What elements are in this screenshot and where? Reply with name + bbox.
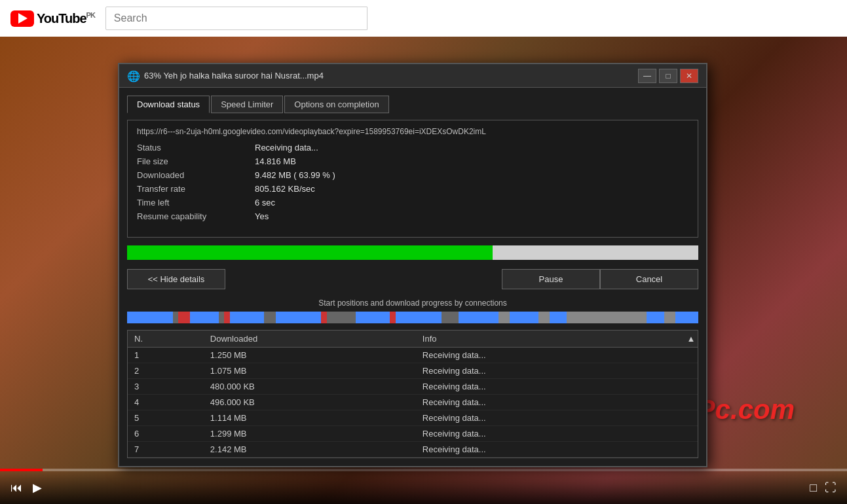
play-button[interactable]: ▶ [33, 480, 42, 495]
tab-options-completion[interactable]: Options on completion [284, 96, 388, 113]
tab-speed-limiter[interactable]: Speed Limiter [211, 96, 283, 113]
conn-gap-7 [538, 312, 550, 323]
cell-downloaded-5: 1.299 MB [204, 426, 416, 442]
conn-6 [276, 312, 322, 323]
conn-13 [550, 312, 567, 323]
conn-gap-9 [664, 312, 675, 323]
status-label-filesize: File size [137, 156, 255, 166]
pause-button[interactable]: Pause [502, 269, 600, 289]
cell-n-5: 6 [128, 426, 204, 442]
buttons-row: << Hide details Pause Cancel [127, 269, 698, 289]
table-header-row: N. Downloaded Info ▲ [128, 331, 698, 348]
status-row-timeleft: Time left 6 sec [137, 198, 688, 207]
maximize-button[interactable]: □ [659, 69, 677, 83]
conn-gap-1 [173, 312, 179, 323]
conn-gap-6 [499, 312, 510, 323]
table-row: 1 1.250 MB Receiving data... [128, 348, 698, 363]
conn-15 [675, 312, 698, 323]
conn-9 [390, 312, 396, 323]
download-table-container[interactable]: N. Downloaded Info ▲ [127, 330, 698, 458]
cell-scroll-3 [685, 395, 698, 410]
status-label-status: Status [137, 143, 255, 153]
conn-11 [459, 312, 499, 323]
status-label-downloaded: Downloaded [137, 170, 255, 180]
yt-logo-icon [10, 10, 34, 27]
cell-info-5: Receiving data... [416, 426, 685, 442]
fullscreen-icon[interactable]: □ [810, 481, 817, 495]
download-table: N. Downloaded Info ▲ [128, 331, 698, 458]
yt-header: YouTubePK [0, 0, 847, 37]
cell-n-1: 2 [128, 363, 204, 379]
conn-2 [178, 312, 189, 323]
download-dialog: 🌐 63% Yeh jo halka halka suroor hai Nusr… [118, 63, 707, 467]
col-header-n: N. [128, 331, 204, 348]
status-value-timeleft: 6 sec [255, 198, 275, 207]
cell-scroll-1 [685, 363, 698, 379]
dialog-title-globe-icon: 🌐 [127, 70, 139, 82]
table-row: 7 2.142 MB Receiving data... [128, 442, 698, 458]
cell-n-2: 3 [128, 379, 204, 395]
status-value-resume: Yes [255, 211, 269, 221]
video-controls: ⏮ ▶ □ ⛶ [0, 471, 847, 504]
cell-scroll-5 [685, 426, 698, 442]
cell-n-3: 4 [128, 395, 204, 410]
table-row: 6 1.299 MB Receiving data... [128, 426, 698, 442]
conn-4 [224, 312, 230, 323]
conn-gap-2 [219, 312, 225, 323]
cell-n-6: 7 [128, 442, 204, 458]
right-controls: □ ⛶ [810, 481, 837, 495]
search-input[interactable] [105, 7, 367, 30]
cell-info-1: Receiving data... [416, 363, 685, 379]
conn-gap-4 [327, 312, 356, 323]
status-row-downloaded: Downloaded 9.482 MB ( 63.99 % ) [137, 170, 688, 180]
dialog-title-text: 63% Yeh jo halka halka suroor hai Nusrat… [144, 71, 638, 81]
status-row-transfer: Transfer rate 805.162 KB/sec [137, 184, 688, 194]
minimize-button[interactable]: — [638, 69, 656, 83]
cell-info-4: Receiving data... [416, 410, 685, 426]
cell-downloaded-4: 1.114 MB [204, 410, 416, 426]
yt-logo: YouTubePK [10, 10, 95, 27]
status-row-filesize: File size 14.816 MB [137, 156, 688, 166]
cell-downloaded-2: 480.000 KB [204, 379, 416, 395]
cell-info-0: Receiving data... [416, 348, 685, 363]
cell-downloaded-3: 496.000 KB [204, 395, 416, 410]
status-label-transfer: Transfer rate [137, 184, 255, 194]
tab-download-status[interactable]: Download status [127, 96, 210, 113]
yt-country-code: PK [86, 11, 95, 19]
conn-14 [647, 312, 664, 323]
status-value-transfer: 805.162 KB/sec [255, 184, 315, 194]
table-row: 5 1.114 MB Receiving data... [128, 410, 698, 426]
conn-12 [510, 312, 538, 323]
cell-scroll-0 [685, 348, 698, 363]
status-row-resume: Resume capability Yes [137, 211, 688, 221]
cell-info-2: Receiving data... [416, 379, 685, 395]
scroll-up-arrow[interactable]: ▲ [687, 334, 696, 344]
skip-back-button[interactable]: ⏮ [10, 481, 22, 495]
status-label-timeleft: Time left [137, 198, 255, 207]
cell-downloaded-0: 1.250 MB [204, 348, 416, 363]
conn-gap-5 [442, 312, 459, 323]
connections-label: Start positions and download progress by… [127, 298, 698, 308]
cancel-button[interactable]: Cancel [600, 269, 698, 289]
app-background: YouTubePK CrackProPc.com ⏮ ▶ □ ⛶ 🌐 63% [0, 0, 847, 504]
status-label-resume: Resume capability [137, 211, 255, 221]
cell-info-6: Receiving data... [416, 442, 685, 458]
dialog-titlebar: 🌐 63% Yeh jo halka halka suroor hai Nusr… [119, 64, 706, 88]
cell-scroll-6 [685, 442, 698, 458]
cell-scroll-4 [685, 410, 698, 426]
progress-bar-container [127, 245, 698, 260]
yt-logo-label: YouTube [37, 11, 86, 26]
status-row-status: Status Receiving data... [137, 143, 688, 153]
hide-details-button[interactable]: << Hide details [127, 269, 225, 289]
col-header-scroll: ▲ [685, 331, 698, 348]
dialog-tabs: Download status Speed Limiter Options on… [127, 96, 698, 113]
fullscreen2-icon[interactable]: ⛶ [825, 481, 837, 495]
close-button[interactable]: ✕ [680, 69, 698, 83]
cell-downloaded-1: 1.075 MB [204, 363, 416, 379]
conn-7 [321, 312, 327, 323]
conn-5 [230, 312, 264, 323]
conn-gap-8 [567, 312, 647, 323]
conn-gap-3 [264, 312, 275, 323]
video-area: CrackProPc.com ⏮ ▶ □ ⛶ 🌐 63% Yeh jo halk… [0, 37, 847, 504]
cell-info-3: Receiving data... [416, 395, 685, 410]
